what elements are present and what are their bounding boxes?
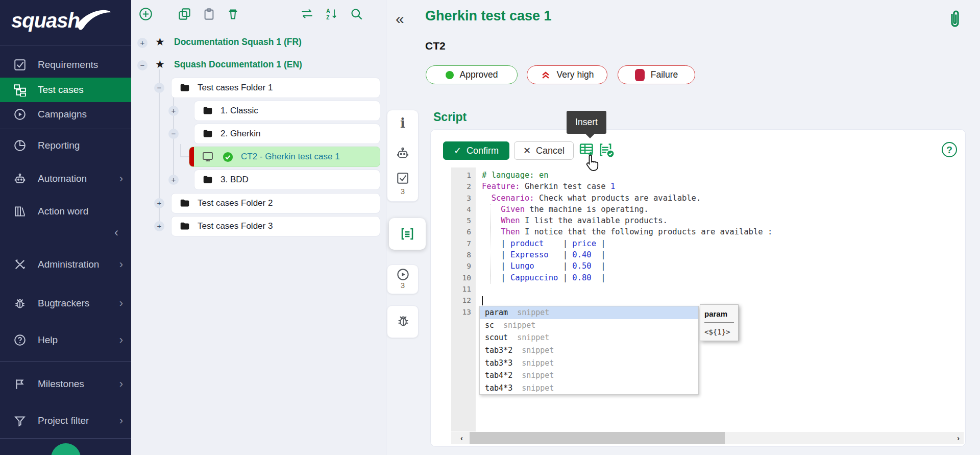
tab-verifications[interactable]	[396, 172, 409, 185]
tree-folder-test-cases-folder-2[interactable]: Test cases Folder 2	[171, 193, 380, 213]
snippet-kind: snippet	[522, 358, 554, 368]
code-text: When I list the available products.	[476, 215, 668, 226]
collapse-toggle[interactable]: −	[168, 129, 179, 139]
chevron-right-icon: ›	[119, 172, 123, 185]
snippet-name: tab3*3	[485, 358, 512, 368]
status-badge-approved[interactable]: Approved	[426, 65, 518, 84]
tab-executions[interactable]	[396, 268, 410, 281]
confirm-button-label: Confirm	[467, 146, 499, 156]
snippet-doc-body: <${1}>	[704, 328, 734, 336]
copy-button[interactable]	[178, 7, 191, 21]
execution-badge-failure[interactable]: Failure	[618, 65, 695, 84]
tab-information[interactable]: i	[387, 116, 419, 130]
add-button[interactable]	[139, 7, 153, 21]
tooltip-arrow	[585, 134, 595, 138]
folder-icon	[202, 128, 213, 139]
help-icon[interactable]: ?	[942, 142, 957, 157]
code-line[interactable]: 4 Given the machine is operating.	[451, 204, 964, 215]
paste-button[interactable]	[202, 7, 216, 21]
code-line[interactable]: 9 | Lungo | 0.50 |	[451, 260, 964, 272]
tree-folder-gherkin[interactable]: 2. Gherkin	[194, 124, 380, 144]
sidebar-item-label: Bugtrackers	[38, 298, 89, 309]
tree-folder-test-cases-folder-1[interactable]: Test cases Folder 1	[171, 78, 380, 98]
expand-toggle[interactable]: +	[168, 106, 179, 116]
sidebar-item-action-word[interactable]: Action word	[0, 200, 131, 223]
sidebar-item-test-cases[interactable]: Test cases	[0, 78, 131, 102]
user-avatar[interactable]	[51, 443, 81, 455]
tree-folder-test-cases-folder-3[interactable]: Test cases Folder 3	[171, 216, 380, 236]
importance-badge-very-high[interactable]: Very high	[527, 65, 607, 84]
delete-button[interactable]	[226, 7, 240, 21]
line-number: 10	[451, 272, 476, 283]
autocomplete-item-param[interactable]: paramsnippet	[480, 306, 698, 319]
code-line[interactable]: 5 When I list the available products.	[451, 215, 964, 226]
autocomplete-item-tab4*3[interactable]: tab4*3snippet	[480, 382, 698, 395]
expand-toggle[interactable]: +	[168, 175, 179, 185]
code-text: Given the machine is operating.	[476, 204, 649, 215]
tab-issues-bug[interactable]	[396, 314, 410, 328]
autocomplete-item-scout[interactable]: scoutsnippet	[480, 331, 698, 344]
collapse-toggle[interactable]: −	[154, 83, 164, 93]
line-number: 5	[451, 215, 476, 226]
snippet-name: tab4*3	[485, 384, 512, 393]
sidebar-item-requirements[interactable]: Requirements	[0, 54, 131, 76]
collapse-panel-icon[interactable]: «	[396, 10, 404, 28]
tree-test-case-ct2-selected[interactable]: CT2 - Gherkin test case 1	[189, 147, 380, 167]
tab-automation[interactable]	[396, 146, 410, 160]
app-window: squash Requirements Test cases Campaigns…	[0, 0, 980, 455]
autocomplete-item-sc[interactable]: scsnippet	[480, 319, 698, 332]
scroll-left-arrow[interactable]: ‹	[460, 432, 463, 444]
folder-label: Test cases Folder 2	[198, 198, 273, 208]
sidebar-item-campaigns[interactable]: Campaigns	[0, 103, 131, 126]
code-line[interactable]: 6 Then I notice that the following produ…	[451, 226, 964, 237]
project-label[interactable]: Squash Documentation 1 (EN)	[174, 59, 302, 70]
code-line[interactable]: 2Feature: Gherkin test case 1	[451, 181, 964, 192]
code-text: | Expresso | 0.40 |	[476, 249, 606, 260]
code-line[interactable]: 1# language: en	[451, 170, 964, 181]
snippet-name: param	[485, 308, 508, 317]
code-line[interactable]: 8 | Expresso | 0.40 |	[451, 249, 964, 260]
sidebar-item-project-filter[interactable]: Project filter ›	[0, 410, 131, 432]
autocomplete-item-tab3*2[interactable]: tab3*2snippet	[480, 344, 698, 357]
attachments-paperclip-icon[interactable]	[946, 8, 964, 32]
tree-folder-classic[interactable]: 1. Classic	[194, 101, 380, 121]
search-button[interactable]	[350, 7, 363, 21]
code-line[interactable]: 11	[451, 283, 964, 295]
code-lines[interactable]: 1# language: en2Feature: Gherkin test ca…	[451, 170, 964, 318]
code-line[interactable]: 10 | Cappuccino | 0.80 |	[451, 272, 964, 283]
sidebar-item-label: Administration	[38, 259, 99, 270]
tree-connector	[180, 156, 189, 157]
sidebar-item-administration[interactable]: Administration ›	[0, 253, 131, 276]
scroll-right-arrow[interactable]: ›	[957, 432, 960, 444]
sidebar-collapse-icon[interactable]: ‹	[114, 225, 118, 240]
sort-button[interactable]: AZ	[325, 7, 339, 21]
sidebar-item-bugtrackers[interactable]: Bugtrackers ›	[0, 292, 131, 315]
sidebar-item-reporting[interactable]: Reporting	[0, 134, 131, 157]
insert-tooltip: Insert	[567, 111, 606, 134]
tab-script-selected[interactable]	[400, 226, 415, 242]
collapse-toggle[interactable]: −	[137, 60, 148, 70]
import-export-button[interactable]	[300, 7, 314, 21]
code-line[interactable]: 3 Scenario: Check what products are avai…	[451, 193, 964, 204]
scrollbar-thumb[interactable]	[470, 432, 725, 444]
sidebar-item-help[interactable]: Help ›	[0, 329, 131, 351]
code-line[interactable]: 7 | product | price |	[451, 238, 964, 249]
autocomplete-item-tab3*3[interactable]: tab3*3snippet	[480, 356, 698, 369]
snippet-kind: snippet	[517, 308, 549, 317]
cancel-button[interactable]: ✕ Cancel	[514, 141, 574, 160]
confirm-button[interactable]: ✓ Confirm	[443, 141, 509, 160]
divider	[0, 129, 131, 129]
code-text	[476, 295, 483, 306]
sidebar-item-automation[interactable]: Automation ›	[0, 167, 131, 190]
logo-swoosh-icon	[77, 8, 112, 37]
sidebar: squash Requirements Test cases Campaigns…	[0, 0, 131, 455]
autocomplete-item-tab4*2[interactable]: tab4*2snippet	[480, 369, 698, 382]
expand-toggle[interactable]: +	[154, 221, 164, 231]
squash-logo[interactable]: squash	[11, 7, 112, 37]
project-label[interactable]: Documentation Squash 1 (FR)	[174, 37, 302, 47]
expand-toggle[interactable]: +	[154, 198, 164, 208]
editor-horizontal-scrollbar[interactable]: ‹ ›	[451, 432, 964, 444]
tree-folder-bdd[interactable]: 3. BDD	[194, 170, 380, 190]
sidebar-item-milestones[interactable]: Milestones ›	[0, 373, 131, 395]
expand-toggle[interactable]: +	[137, 38, 148, 48]
